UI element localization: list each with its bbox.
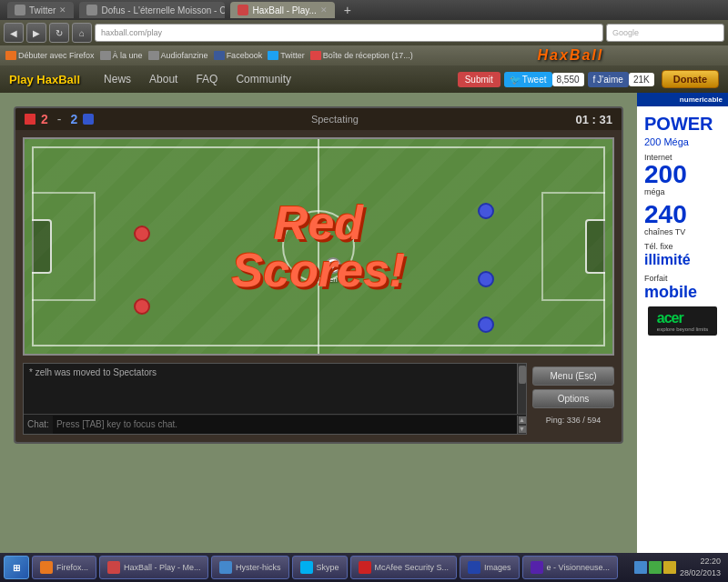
fb-count: 21K — [629, 73, 654, 86]
tab-dofus[interactable]: Dofus - L'éternelle Moisson - Capture...… — [79, 2, 225, 18]
fb-icon: f — [593, 75, 596, 85]
bookmark-icon-audiofanzine — [148, 51, 159, 60]
taskbar-haxball[interactable]: HaxBall - Play - Me... — [99, 556, 208, 579]
mcafee-icon — [359, 561, 371, 574]
goal-right — [585, 219, 605, 274]
banner-text: HaxBall — [538, 47, 604, 64]
nav-about[interactable]: About — [140, 69, 187, 89]
taskbar-firefox[interactable]: Firefox... — [32, 556, 96, 579]
player-red-1 — [134, 226, 150, 242]
ball-player: ⚽ — [325, 257, 341, 274]
forward-button[interactable]: ▶ — [26, 23, 46, 43]
main-content: 2 - 2 Spectating 01 : 31 — [0, 93, 728, 553]
bookmark-audiofanzine[interactable]: Audiofanzine — [148, 51, 208, 60]
tray-icon-3 — [663, 561, 676, 574]
search-placeholder: Google — [612, 28, 639, 37]
tab-haxball[interactable]: HaxBall - Play... ✕ — [230, 2, 334, 18]
fb-button[interactable]: f J'aime — [588, 72, 629, 87]
reload-button[interactable]: ↻ — [49, 23, 69, 43]
tweet-count: 8,550 — [552, 73, 584, 86]
options-button[interactable]: Options — [532, 389, 614, 408]
side-buttons: Menu (Esc) Options Ping: 336 / 594 — [532, 363, 614, 435]
bookmark-icon-alaune — [100, 51, 111, 60]
scroll-up-btn[interactable]: ▲ — [519, 416, 526, 424]
chat-scrollbar-thumb[interactable] — [519, 366, 526, 384]
nav-faq[interactable]: FAQ — [187, 69, 227, 89]
tweet-button[interactable]: 🐦 Tweet — [504, 72, 552, 87]
scroll-down-btn[interactable]: ▼ — [519, 426, 526, 433]
bookmark-twitter[interactable]: Twitter — [268, 51, 305, 60]
ad-acer[interactable]: acer explore beyond limits — [648, 306, 717, 336]
dofus-favicon — [86, 5, 97, 15]
nav-news[interactable]: News — [95, 69, 140, 89]
tab-close-haxball[interactable]: ✕ — [320, 5, 328, 15]
firefox-icon — [40, 561, 53, 574]
tab-close-twitter[interactable]: ✕ — [59, 5, 66, 15]
taskbar-visionneuse[interactable]: e - Visionneuse... — [522, 556, 618, 579]
taskbar-skype[interactable]: Skype — [292, 556, 348, 579]
submit-button[interactable]: Submit — [458, 72, 500, 87]
search-bar[interactable]: Google — [606, 24, 724, 42]
chat-input-scrollbar[interactable]: ▲ ▼ — [517, 416, 526, 434]
chat-label: Chat: — [24, 419, 53, 429]
game-area: 2 - 2 Spectating 01 : 31 — [0, 93, 637, 553]
chat-input-row: Chat: ▲ ▼ — [24, 414, 526, 434]
menu-button[interactable]: Menu (Esc) — [532, 366, 614, 386]
ad-sidebar: numericable POWER 200 Méga Internet 200 … — [637, 93, 728, 553]
ball-icon: ⚽ — [329, 261, 339, 270]
game-window: 2 - 2 Spectating 01 : 31 — [14, 106, 623, 444]
ad-logo: numericable — [637, 93, 728, 106]
score-red: 2 — [41, 112, 48, 126]
taskbar-hyster-label: Hyster-hicks — [236, 563, 281, 572]
bookmark-icon-twitter — [268, 51, 278, 60]
donate-button[interactable]: Donate — [662, 70, 719, 88]
new-tab-button[interactable]: + — [340, 3, 355, 17]
site-logo: Play HaxBall — [9, 73, 80, 86]
bookmark-facebook[interactable]: Facebook — [214, 51, 263, 60]
tray-icon-2 — [649, 561, 662, 574]
chat-message-1: * zelh was moved to Spectators — [29, 367, 157, 377]
start-button[interactable]: ⊞ — [4, 556, 29, 579]
player-red-2 — [134, 298, 150, 315]
ad-fix-val: illimité — [644, 251, 721, 268]
site-navigation: Play HaxBall News About FAQ Community Su… — [0, 65, 728, 93]
red-team-indicator — [25, 114, 35, 125]
taskbar-firefox-label: Firefox... — [56, 563, 88, 572]
soccer-field: ⚽ Toffen Red Scores! — [23, 137, 614, 356]
tray-icons — [634, 561, 676, 574]
bookmark-inbox[interactable]: Boîte de réception (17...) — [310, 51, 413, 60]
taskbar-hyster[interactable]: Hyster-hicks — [211, 556, 289, 579]
site-banner: HaxBall — [419, 47, 723, 64]
ad-mega: 200 Méga — [644, 136, 721, 147]
chat-box: * zelh was moved to Spectators Chat: ▲ ▼ — [23, 363, 527, 435]
images-icon — [468, 561, 480, 574]
taskbar-mcafee[interactable]: McAfee Security S... — [350, 556, 458, 579]
game-timer: 01 : 31 — [576, 113, 612, 126]
bookmark-firefox[interactable]: Débuter avec Firefox — [5, 51, 95, 60]
taskbar-images-label: Images — [484, 563, 511, 572]
center-circle — [282, 210, 355, 283]
hyster-icon — [219, 561, 232, 574]
acer-sub: explore beyond limits — [657, 326, 708, 332]
chat-input[interactable] — [53, 416, 517, 434]
taskbar-haxball-label: HaxBall - Play - Me... — [124, 563, 201, 572]
ad-power: POWER — [644, 114, 721, 135]
game-header: 2 - 2 Spectating 01 : 31 — [15, 108, 622, 130]
bookmark-alaune[interactable]: À la une — [100, 51, 143, 60]
nav-community[interactable]: Community — [227, 69, 300, 89]
ad-tv-count: 240 — [644, 202, 721, 227]
system-tray: 22:20 28/02/2013 — [631, 556, 724, 578]
tab-twitter[interactable]: Twitter ✕ — [7, 2, 74, 18]
ad-speed-unit: méga — [644, 187, 721, 196]
home-button[interactable]: ⌂ — [72, 23, 92, 43]
ad-fix-label: Tél. fixe — [644, 242, 721, 251]
address-bar[interactable]: haxball.com/play — [95, 24, 603, 42]
haxball-icon — [107, 561, 120, 574]
taskbar-images[interactable]: Images — [460, 556, 520, 579]
bookmark-icon-facebook — [214, 51, 225, 60]
bookmark-icon-firefox — [5, 51, 16, 60]
player-blue-1 — [478, 203, 494, 219]
ad-content[interactable]: POWER 200 Méga Internet 200 méga 240 cha… — [637, 106, 728, 553]
chat-scrollbar[interactable] — [517, 364, 526, 414]
back-button[interactable]: ◀ — [4, 23, 24, 43]
